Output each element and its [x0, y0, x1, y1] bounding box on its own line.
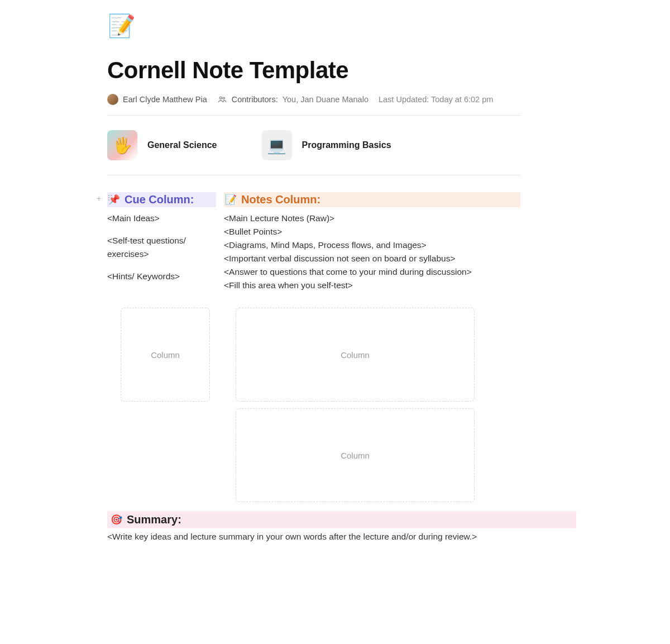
column-placeholders: Column Column Column	[107, 308, 520, 502]
svg-point-0	[219, 97, 222, 99]
author-avatar	[107, 94, 118, 105]
add-block-icon[interactable]: +	[95, 194, 103, 202]
cue-line[interactable]: <Self-test questions/ exercises>	[107, 234, 216, 261]
meta-row: Earl Clyde Matthew Pia Contributors: You…	[107, 94, 520, 116]
cue-line[interactable]: <Hints/ Keywords>	[107, 270, 216, 283]
notes-line[interactable]: <Fill this area when you self-test>	[224, 279, 520, 292]
page-icon[interactable]: 📝	[107, 11, 136, 40]
author-chip[interactable]: Earl Clyde Matthew Pia	[107, 94, 207, 105]
summary-section: 🎯 Summary: <Write key ideas and lecture …	[107, 511, 576, 542]
notes-heading-text: Notes Column:	[241, 193, 320, 206]
card-programming-basics[interactable]: 💻 Programming Basics	[262, 130, 391, 160]
notes-line[interactable]: <Answer to questions that come to your m…	[224, 265, 520, 279]
cue-body[interactable]: <Main Ideas> <Self-test questions/ exerc…	[107, 212, 216, 283]
contributors-label: Contributors:	[232, 95, 278, 104]
summary-heading-text: Summary:	[127, 513, 181, 526]
people-icon	[217, 94, 227, 104]
column-placeholder-cue[interactable]: Column	[121, 308, 210, 402]
author-name: Earl Clyde Matthew Pia	[123, 95, 207, 104]
page-title[interactable]: Cornell Note Template	[107, 57, 520, 84]
card-label: Programming Basics	[302, 140, 391, 150]
updated-label: Last Updated:	[379, 95, 429, 104]
notes-line[interactable]: <Main Lecture Notes (Raw)>	[224, 212, 520, 225]
cornell-columns: 📌 Cue Column: <Main Ideas> <Self-test qu…	[107, 192, 520, 292]
contributors-chip[interactable]: Contributors: You, Jan Duane Manalo	[217, 94, 368, 104]
last-updated: Last Updated: Today at 6:02 pm	[379, 95, 493, 104]
cards-row: 🖐️ General Science 💻 Programming Basics	[107, 116, 520, 175]
drag-handle-icon[interactable]: ⠿	[106, 194, 114, 202]
block-gutter: + ⠿	[95, 194, 114, 202]
memo-icon: 📝	[225, 194, 237, 206]
notes-line[interactable]: <Diagrams, Mind Maps, Process flows, and…	[224, 238, 520, 252]
column-placeholder-notes-2[interactable]: Column	[236, 408, 475, 502]
science-thumb-icon: 🖐️	[107, 130, 137, 160]
summary-body[interactable]: <Write key ideas and lecture summary in …	[107, 528, 576, 542]
svg-point-1	[223, 97, 224, 99]
notes-column[interactable]: 📝 Notes Column: <Main Lecture Notes (Raw…	[224, 192, 520, 292]
notes-line[interactable]: <Important verbal discussion not seen on…	[224, 252, 520, 265]
notes-line[interactable]: <Bullet Points>	[224, 225, 520, 238]
laptop-icon: 💻	[262, 130, 292, 160]
contributors-names: You, Jan Duane Manalo	[283, 95, 368, 104]
card-general-science[interactable]: 🖐️ General Science	[107, 130, 217, 160]
updated-value: Today at 6:02 pm	[431, 95, 493, 104]
cue-heading-text: Cue Column:	[125, 193, 194, 206]
cue-line[interactable]: <Main Ideas>	[107, 212, 216, 225]
cue-heading[interactable]: 📌 Cue Column:	[107, 192, 216, 207]
column-placeholder-notes-1[interactable]: Column	[236, 308, 475, 402]
notes-body[interactable]: <Main Lecture Notes (Raw)> <Bullet Point…	[224, 212, 520, 292]
card-label: General Science	[147, 140, 217, 150]
notes-heading[interactable]: 📝 Notes Column:	[224, 192, 520, 207]
summary-heading[interactable]: 🎯 Summary:	[107, 511, 576, 528]
cue-column[interactable]: 📌 Cue Column: <Main Ideas> <Self-test qu…	[107, 192, 216, 292]
target-icon: 🎯	[111, 514, 122, 526]
